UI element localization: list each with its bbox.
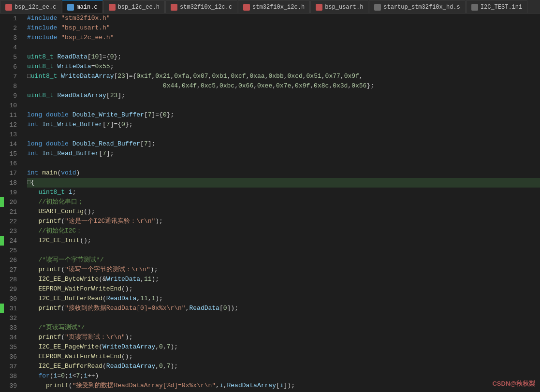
code-line-10: [27, 101, 540, 110]
code-line-12: int Int_Write_Buffer[7]={0};: [27, 120, 540, 130]
code-line-7: □uint8_t WriteDataArray[23]={0x1f,0x21,0…: [27, 72, 540, 81]
tab-main-c[interactable]: main.c: [62, 0, 102, 13]
code-line-13: [27, 130, 540, 139]
code-line-34: printf("页读写测试：\r\n");: [27, 333, 540, 342]
code-line-25: [27, 246, 540, 255]
code-line-14: long double Double_Read_Buffer[7];: [27, 139, 540, 149]
code-line-28: I2C_EE_ByteWrite(&WriteData,11);: [27, 275, 540, 284]
code-line-6: uint8_t WriteData=0x55;: [27, 62, 540, 72]
tab-label: bsp_i2c_ee.h: [118, 4, 160, 11]
code-line-19: uint8_t i;: [27, 188, 540, 197]
code-line-9: uint8_t ReadDataArray[23];: [27, 91, 540, 101]
watermark: CSDN@秋秋梨: [492, 379, 535, 388]
code-line-22: printf("这是一个I2C通讯实验：\r\n");: [27, 217, 540, 226]
code-line-37: I2C_EE_BufferRead(ReadDataArray,0,7);: [27, 362, 540, 371]
tab-label: main.c: [76, 4, 97, 11]
tab-bsp-usart-h[interactable]: bsp_usart.h: [310, 0, 368, 13]
code-line-2: #include "bsp_usart.h": [27, 23, 540, 33]
tab-label: bsp_usart.h: [325, 4, 363, 11]
code-line-11: long double Double_Write_Buffer[7]={0};: [27, 110, 540, 120]
tab-bsp-i2c-ee-h[interactable]: bsp_i2c_ee.h: [103, 0, 165, 13]
code-line-27: printf("读写一个字节的测试：\r\n");: [27, 265, 540, 275]
code-line-21: USART_Config();: [27, 207, 540, 217]
tab-label: stm32f10x_i2c.h: [252, 4, 305, 11]
code-line-26: /*读写一个字节测试*/: [27, 255, 540, 265]
code-line-15: int Int_Read_Buffer[7];: [27, 149, 540, 159]
tab-bar: bsp_i2c_ee.c main.c bsp_i2c_ee.h stm32f1…: [0, 0, 540, 14]
code-line-31: printf("接收到的数据ReadData[0]=0x%x\r\n",Read…: [27, 304, 540, 313]
code-line-16: [27, 159, 540, 168]
tab-startup-stm32[interactable]: startup_stm32f10x_hd.s: [369, 0, 465, 13]
code-line-17: int main(void): [27, 168, 540, 178]
code-line-30: I2C_EE_BufferRead(ReadData,11,1);: [27, 294, 540, 304]
code-line-38: for(i=0;i<7;i++): [27, 371, 540, 381]
code-line-36: EEPROM_WaitForWriteEnd();: [27, 352, 540, 362]
code-line-1: #include "stm32f10x.h": [27, 14, 540, 23]
code-line-33: /*页读写测试*/: [27, 323, 540, 333]
tab-label: bsp_i2c_ee.c: [15, 4, 56, 11]
tab-i2c-test-ini[interactable]: I2C_TEST.ini: [466, 0, 527, 13]
code-line-3: #include "bsp_i2c_ee.h": [27, 33, 540, 43]
code-line-35: I2C_EE_PageWrite(WriteDataArray,0,7);: [27, 342, 540, 352]
tab-stm32f10x-i2c-h[interactable]: stm32f10x_i2c.h: [238, 0, 310, 13]
code-line-5: uint8_t ReadData[10]={0};: [27, 52, 540, 62]
tab-label: startup_stm32f10x_hd.s: [383, 4, 460, 11]
code-line-23: //初始化I2C；: [27, 226, 540, 236]
code-line-32: [27, 313, 540, 323]
code-line-18: □{: [27, 178, 540, 188]
code-line-8: 0x44,0x4f,0xc5,0xbc,0x66,0xee,0x7e,0x9f,…: [27, 81, 540, 91]
tab-label: stm32f10x_i2c.c: [180, 4, 232, 11]
code-line-29: EEPROM_WaitForWriteEnd();: [27, 284, 540, 294]
tab-stm32f10x-i2c-c[interactable]: stm32f10x_i2c.c: [165, 0, 237, 13]
editor: 1 2 3 4 5 6 7 8 9 10 11 12 13 14 15 16 1…: [0, 14, 540, 392]
code-line-24: I2C_EE_Init();: [27, 236, 540, 246]
tab-bsp-i2c-ee-c[interactable]: bsp_i2c_ee.c: [0, 0, 61, 13]
code-area[interactable]: #include "stm32f10x.h" #include "bsp_usa…: [23, 14, 540, 392]
code-line-4: [27, 43, 540, 52]
line-gutter: 1 2 3 4 5 6 7 8 9 10 11 12 13 14 15 16 1…: [0, 14, 23, 392]
code-line-39: printf("接受到的数据ReadDataArray[%d]=0x%x\r\n…: [27, 381, 540, 391]
tab-label: I2C_TEST.ini: [481, 4, 522, 11]
code-line-20: //初始化串口；: [27, 197, 540, 207]
